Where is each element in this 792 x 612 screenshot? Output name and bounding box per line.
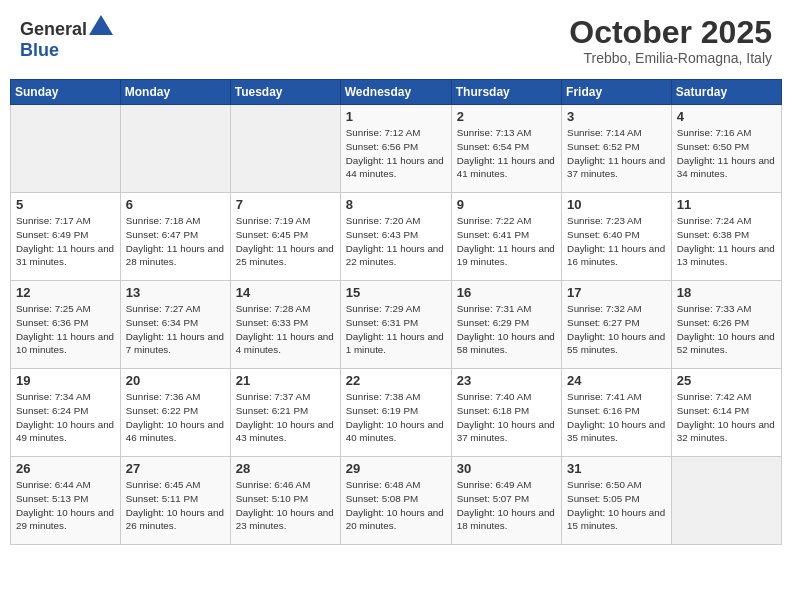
day-number: 31 [567, 461, 666, 476]
cell-content: Sunrise: 7:34 AMSunset: 6:24 PMDaylight:… [16, 390, 115, 445]
column-header-saturday: Saturday [671, 80, 781, 105]
logo-blue: Blue [20, 40, 59, 60]
sunset-text: Sunset: 6:41 PM [457, 229, 529, 240]
daylight-text: Daylight: 10 hours and 46 minutes. [126, 419, 224, 444]
sunset-text: Sunset: 5:10 PM [236, 493, 308, 504]
calendar-cell [11, 105, 121, 193]
cell-content: Sunrise: 7:12 AMSunset: 6:56 PMDaylight:… [346, 126, 446, 181]
calendar-cell: 26Sunrise: 6:44 AMSunset: 5:13 PMDayligh… [11, 457, 121, 545]
sunset-text: Sunset: 6:24 PM [16, 405, 88, 416]
sunset-text: Sunset: 6:40 PM [567, 229, 639, 240]
daylight-text: Daylight: 10 hours and 49 minutes. [16, 419, 114, 444]
day-number: 5 [16, 197, 115, 212]
daylight-text: Daylight: 11 hours and 28 minutes. [126, 243, 224, 268]
sunset-text: Sunset: 6:31 PM [346, 317, 418, 328]
column-header-tuesday: Tuesday [230, 80, 340, 105]
calendar-cell: 14Sunrise: 7:28 AMSunset: 6:33 PMDayligh… [230, 281, 340, 369]
sunset-text: Sunset: 6:18 PM [457, 405, 529, 416]
week-row-5: 26Sunrise: 6:44 AMSunset: 5:13 PMDayligh… [11, 457, 782, 545]
cell-content: Sunrise: 7:38 AMSunset: 6:19 PMDaylight:… [346, 390, 446, 445]
daylight-text: Daylight: 11 hours and 13 minutes. [677, 243, 775, 268]
sunset-text: Sunset: 6:22 PM [126, 405, 198, 416]
sunrise-text: Sunrise: 7:33 AM [677, 303, 752, 314]
sunset-text: Sunset: 5:07 PM [457, 493, 529, 504]
week-row-4: 19Sunrise: 7:34 AMSunset: 6:24 PMDayligh… [11, 369, 782, 457]
calendar-cell: 8Sunrise: 7:20 AMSunset: 6:43 PMDaylight… [340, 193, 451, 281]
calendar-cell: 2Sunrise: 7:13 AMSunset: 6:54 PMDaylight… [451, 105, 561, 193]
week-row-2: 5Sunrise: 7:17 AMSunset: 6:49 PMDaylight… [11, 193, 782, 281]
day-number: 21 [236, 373, 335, 388]
day-number: 28 [236, 461, 335, 476]
day-number: 10 [567, 197, 666, 212]
calendar-cell: 31Sunrise: 6:50 AMSunset: 5:05 PMDayligh… [562, 457, 672, 545]
day-number: 1 [346, 109, 446, 124]
daylight-text: Daylight: 11 hours and 10 minutes. [16, 331, 114, 356]
sunset-text: Sunset: 6:54 PM [457, 141, 529, 152]
calendar-cell: 16Sunrise: 7:31 AMSunset: 6:29 PMDayligh… [451, 281, 561, 369]
cell-content: Sunrise: 7:14 AMSunset: 6:52 PMDaylight:… [567, 126, 666, 181]
calendar-cell: 22Sunrise: 7:38 AMSunset: 6:19 PMDayligh… [340, 369, 451, 457]
calendar-cell [120, 105, 230, 193]
day-number: 20 [126, 373, 225, 388]
daylight-text: Daylight: 11 hours and 44 minutes. [346, 155, 444, 180]
sunrise-text: Sunrise: 7:42 AM [677, 391, 752, 402]
sunrise-text: Sunrise: 7:27 AM [126, 303, 201, 314]
calendar-cell: 29Sunrise: 6:48 AMSunset: 5:08 PMDayligh… [340, 457, 451, 545]
daylight-text: Daylight: 10 hours and 32 minutes. [677, 419, 775, 444]
cell-content: Sunrise: 7:17 AMSunset: 6:49 PMDaylight:… [16, 214, 115, 269]
calendar-cell: 11Sunrise: 7:24 AMSunset: 6:38 PMDayligh… [671, 193, 781, 281]
cell-content: Sunrise: 7:24 AMSunset: 6:38 PMDaylight:… [677, 214, 776, 269]
daylight-text: Daylight: 11 hours and 22 minutes. [346, 243, 444, 268]
day-number: 3 [567, 109, 666, 124]
cell-content: Sunrise: 7:29 AMSunset: 6:31 PMDaylight:… [346, 302, 446, 357]
sunset-text: Sunset: 6:45 PM [236, 229, 308, 240]
calendar-cell: 19Sunrise: 7:34 AMSunset: 6:24 PMDayligh… [11, 369, 121, 457]
cell-content: Sunrise: 7:40 AMSunset: 6:18 PMDaylight:… [457, 390, 556, 445]
week-row-3: 12Sunrise: 7:25 AMSunset: 6:36 PMDayligh… [11, 281, 782, 369]
day-number: 4 [677, 109, 776, 124]
calendar-cell: 12Sunrise: 7:25 AMSunset: 6:36 PMDayligh… [11, 281, 121, 369]
sunrise-text: Sunrise: 7:17 AM [16, 215, 91, 226]
calendar-cell: 25Sunrise: 7:42 AMSunset: 6:14 PMDayligh… [671, 369, 781, 457]
calendar-cell: 24Sunrise: 7:41 AMSunset: 6:16 PMDayligh… [562, 369, 672, 457]
sunset-text: Sunset: 5:11 PM [126, 493, 198, 504]
column-header-thursday: Thursday [451, 80, 561, 105]
cell-content: Sunrise: 6:50 AMSunset: 5:05 PMDaylight:… [567, 478, 666, 533]
sunset-text: Sunset: 6:56 PM [346, 141, 418, 152]
sunrise-text: Sunrise: 7:34 AM [16, 391, 91, 402]
sunset-text: Sunset: 6:38 PM [677, 229, 749, 240]
cell-content: Sunrise: 6:44 AMSunset: 5:13 PMDaylight:… [16, 478, 115, 533]
calendar-cell: 9Sunrise: 7:22 AMSunset: 6:41 PMDaylight… [451, 193, 561, 281]
sunrise-text: Sunrise: 7:29 AM [346, 303, 421, 314]
daylight-text: Daylight: 10 hours and 20 minutes. [346, 507, 444, 532]
sunset-text: Sunset: 6:26 PM [677, 317, 749, 328]
sunrise-text: Sunrise: 7:16 AM [677, 127, 752, 138]
daylight-text: Daylight: 11 hours and 41 minutes. [457, 155, 555, 180]
day-number: 14 [236, 285, 335, 300]
sunset-text: Sunset: 5:05 PM [567, 493, 639, 504]
cell-content: Sunrise: 7:36 AMSunset: 6:22 PMDaylight:… [126, 390, 225, 445]
column-header-sunday: Sunday [11, 80, 121, 105]
day-number: 17 [567, 285, 666, 300]
calendar-cell: 1Sunrise: 7:12 AMSunset: 6:56 PMDaylight… [340, 105, 451, 193]
daylight-text: Daylight: 11 hours and 34 minutes. [677, 155, 775, 180]
sunrise-text: Sunrise: 7:41 AM [567, 391, 642, 402]
calendar-cell: 27Sunrise: 6:45 AMSunset: 5:11 PMDayligh… [120, 457, 230, 545]
column-header-monday: Monday [120, 80, 230, 105]
sunrise-text: Sunrise: 6:48 AM [346, 479, 421, 490]
daylight-text: Daylight: 11 hours and 37 minutes. [567, 155, 665, 180]
location: Trebbo, Emilia-Romagna, Italy [569, 50, 772, 66]
cell-content: Sunrise: 6:46 AMSunset: 5:10 PMDaylight:… [236, 478, 335, 533]
cell-content: Sunrise: 6:49 AMSunset: 5:07 PMDaylight:… [457, 478, 556, 533]
sunrise-text: Sunrise: 7:40 AM [457, 391, 532, 402]
column-header-wednesday: Wednesday [340, 80, 451, 105]
week-row-1: 1Sunrise: 7:12 AMSunset: 6:56 PMDaylight… [11, 105, 782, 193]
calendar-table: SundayMondayTuesdayWednesdayThursdayFrid… [10, 79, 782, 545]
daylight-text: Daylight: 10 hours and 23 minutes. [236, 507, 334, 532]
calendar-cell: 20Sunrise: 7:36 AMSunset: 6:22 PMDayligh… [120, 369, 230, 457]
day-number: 6 [126, 197, 225, 212]
sunset-text: Sunset: 6:47 PM [126, 229, 198, 240]
sunrise-text: Sunrise: 6:44 AM [16, 479, 91, 490]
cell-content: Sunrise: 7:16 AMSunset: 6:50 PMDaylight:… [677, 126, 776, 181]
cell-content: Sunrise: 7:32 AMSunset: 6:27 PMDaylight:… [567, 302, 666, 357]
